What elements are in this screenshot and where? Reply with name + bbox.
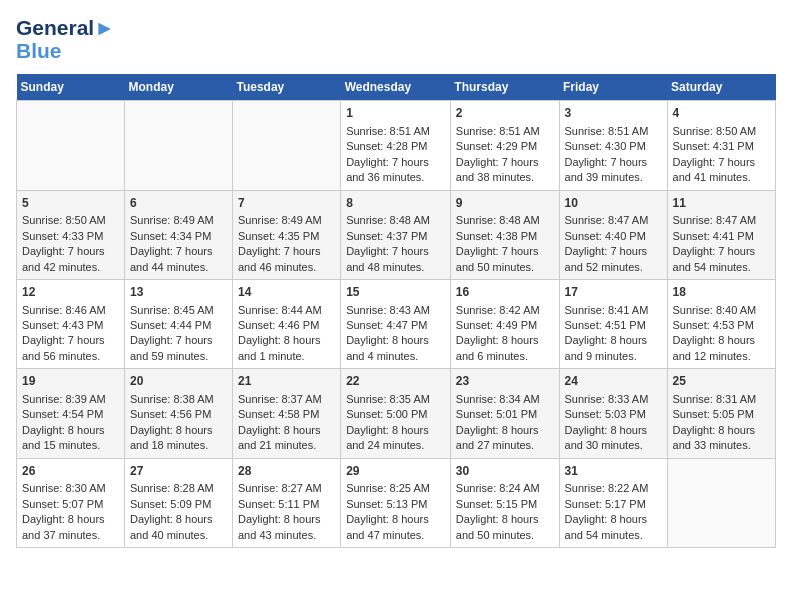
cell-content: Daylight: 7 hours and 46 minutes. bbox=[238, 244, 335, 275]
cell-content: Daylight: 8 hours and 9 minutes. bbox=[565, 333, 662, 364]
cell-content: Sunrise: 8:33 AM bbox=[565, 392, 662, 407]
logo-general: General► bbox=[16, 16, 115, 39]
day-number: 7 bbox=[238, 195, 335, 212]
day-number: 29 bbox=[346, 463, 445, 480]
cell-content: Sunset: 4:47 PM bbox=[346, 318, 445, 333]
day-number: 2 bbox=[456, 105, 554, 122]
cell-content: Sunset: 4:29 PM bbox=[456, 139, 554, 154]
cell-content: Sunset: 4:58 PM bbox=[238, 407, 335, 422]
cell-content: Sunrise: 8:51 AM bbox=[456, 124, 554, 139]
calendar-cell: 29Sunrise: 8:25 AMSunset: 5:13 PMDayligh… bbox=[341, 458, 451, 547]
calendar-cell bbox=[17, 101, 125, 190]
cell-content: Daylight: 7 hours and 56 minutes. bbox=[22, 333, 119, 364]
cell-content: Sunrise: 8:31 AM bbox=[673, 392, 770, 407]
cell-content: Daylight: 8 hours and 50 minutes. bbox=[456, 512, 554, 543]
cell-content: Sunset: 4:41 PM bbox=[673, 229, 770, 244]
calendar-cell: 1Sunrise: 8:51 AMSunset: 4:28 PMDaylight… bbox=[341, 101, 451, 190]
calendar-cell: 20Sunrise: 8:38 AMSunset: 4:56 PMDayligh… bbox=[124, 369, 232, 458]
calendar-cell: 22Sunrise: 8:35 AMSunset: 5:00 PMDayligh… bbox=[341, 369, 451, 458]
cell-content: Daylight: 8 hours and 15 minutes. bbox=[22, 423, 119, 454]
calendar-cell bbox=[667, 458, 775, 547]
cell-content: Daylight: 7 hours and 42 minutes. bbox=[22, 244, 119, 275]
cell-content: Sunset: 4:37 PM bbox=[346, 229, 445, 244]
cell-content: Sunset: 4:28 PM bbox=[346, 139, 445, 154]
cell-content: Daylight: 7 hours and 44 minutes. bbox=[130, 244, 227, 275]
day-number: 27 bbox=[130, 463, 227, 480]
cell-content: Sunrise: 8:45 AM bbox=[130, 303, 227, 318]
cell-content: Sunrise: 8:48 AM bbox=[456, 213, 554, 228]
cell-content: Sunset: 5:01 PM bbox=[456, 407, 554, 422]
calendar-cell: 15Sunrise: 8:43 AMSunset: 4:47 PMDayligh… bbox=[341, 279, 451, 368]
calendar-cell: 17Sunrise: 8:41 AMSunset: 4:51 PMDayligh… bbox=[559, 279, 667, 368]
cell-content: Sunset: 4:56 PM bbox=[130, 407, 227, 422]
day-number: 14 bbox=[238, 284, 335, 301]
cell-content: Daylight: 7 hours and 54 minutes. bbox=[673, 244, 770, 275]
cell-content: Daylight: 8 hours and 6 minutes. bbox=[456, 333, 554, 364]
calendar-cell: 4Sunrise: 8:50 AMSunset: 4:31 PMDaylight… bbox=[667, 101, 775, 190]
calendar-week-row: 26Sunrise: 8:30 AMSunset: 5:07 PMDayligh… bbox=[17, 458, 776, 547]
cell-content: Sunset: 4:53 PM bbox=[673, 318, 770, 333]
day-number: 5 bbox=[22, 195, 119, 212]
calendar-cell: 14Sunrise: 8:44 AMSunset: 4:46 PMDayligh… bbox=[232, 279, 340, 368]
cell-content: Sunrise: 8:50 AM bbox=[673, 124, 770, 139]
day-number: 21 bbox=[238, 373, 335, 390]
calendar-cell: 30Sunrise: 8:24 AMSunset: 5:15 PMDayligh… bbox=[450, 458, 559, 547]
cell-content: Daylight: 7 hours and 48 minutes. bbox=[346, 244, 445, 275]
cell-content: Daylight: 8 hours and 40 minutes. bbox=[130, 512, 227, 543]
day-number: 16 bbox=[456, 284, 554, 301]
cell-content: Sunset: 4:51 PM bbox=[565, 318, 662, 333]
cell-content: Sunset: 5:13 PM bbox=[346, 497, 445, 512]
calendar-cell: 31Sunrise: 8:22 AMSunset: 5:17 PMDayligh… bbox=[559, 458, 667, 547]
calendar-cell: 3Sunrise: 8:51 AMSunset: 4:30 PMDaylight… bbox=[559, 101, 667, 190]
cell-content: Sunrise: 8:47 AM bbox=[565, 213, 662, 228]
day-number: 9 bbox=[456, 195, 554, 212]
cell-content: Daylight: 8 hours and 27 minutes. bbox=[456, 423, 554, 454]
cell-content: Sunrise: 8:25 AM bbox=[346, 481, 445, 496]
cell-content: Daylight: 8 hours and 4 minutes. bbox=[346, 333, 445, 364]
cell-content: Sunrise: 8:37 AM bbox=[238, 392, 335, 407]
cell-content: Sunset: 4:38 PM bbox=[456, 229, 554, 244]
calendar-week-row: 1Sunrise: 8:51 AMSunset: 4:28 PMDaylight… bbox=[17, 101, 776, 190]
cell-content: Sunrise: 8:27 AM bbox=[238, 481, 335, 496]
cell-content: Sunrise: 8:46 AM bbox=[22, 303, 119, 318]
calendar-cell: 24Sunrise: 8:33 AMSunset: 5:03 PMDayligh… bbox=[559, 369, 667, 458]
cell-content: Sunrise: 8:47 AM bbox=[673, 213, 770, 228]
cell-content: Sunrise: 8:24 AM bbox=[456, 481, 554, 496]
calendar-cell: 7Sunrise: 8:49 AMSunset: 4:35 PMDaylight… bbox=[232, 190, 340, 279]
page-header: General► Blue bbox=[16, 16, 776, 62]
day-number: 10 bbox=[565, 195, 662, 212]
day-number: 13 bbox=[130, 284, 227, 301]
cell-content: Sunrise: 8:50 AM bbox=[22, 213, 119, 228]
day-header-sunday: Sunday bbox=[17, 74, 125, 101]
cell-content: Sunset: 4:49 PM bbox=[456, 318, 554, 333]
calendar-header-row: SundayMondayTuesdayWednesdayThursdayFrid… bbox=[17, 74, 776, 101]
cell-content: Sunset: 4:34 PM bbox=[130, 229, 227, 244]
cell-content: Sunset: 4:31 PM bbox=[673, 139, 770, 154]
calendar-cell: 6Sunrise: 8:49 AMSunset: 4:34 PMDaylight… bbox=[124, 190, 232, 279]
logo-blue: Blue bbox=[16, 39, 115, 62]
day-header-monday: Monday bbox=[124, 74, 232, 101]
cell-content: Sunrise: 8:44 AM bbox=[238, 303, 335, 318]
cell-content: Sunrise: 8:34 AM bbox=[456, 392, 554, 407]
cell-content: Daylight: 7 hours and 36 minutes. bbox=[346, 155, 445, 186]
cell-content: Sunrise: 8:51 AM bbox=[565, 124, 662, 139]
calendar-week-row: 12Sunrise: 8:46 AMSunset: 4:43 PMDayligh… bbox=[17, 279, 776, 368]
cell-content: Sunrise: 8:48 AM bbox=[346, 213, 445, 228]
cell-content: Sunset: 5:17 PM bbox=[565, 497, 662, 512]
cell-content: Daylight: 8 hours and 30 minutes. bbox=[565, 423, 662, 454]
cell-content: Sunrise: 8:49 AM bbox=[130, 213, 227, 228]
cell-content: Sunrise: 8:39 AM bbox=[22, 392, 119, 407]
cell-content: Sunrise: 8:28 AM bbox=[130, 481, 227, 496]
cell-content: Daylight: 8 hours and 1 minute. bbox=[238, 333, 335, 364]
cell-content: Sunset: 4:43 PM bbox=[22, 318, 119, 333]
day-header-friday: Friday bbox=[559, 74, 667, 101]
cell-content: Sunset: 5:07 PM bbox=[22, 497, 119, 512]
calendar-week-row: 19Sunrise: 8:39 AMSunset: 4:54 PMDayligh… bbox=[17, 369, 776, 458]
cell-content: Daylight: 8 hours and 18 minutes. bbox=[130, 423, 227, 454]
cell-content: Sunset: 4:46 PM bbox=[238, 318, 335, 333]
day-number: 12 bbox=[22, 284, 119, 301]
cell-content: Daylight: 8 hours and 43 minutes. bbox=[238, 512, 335, 543]
cell-content: Sunset: 4:44 PM bbox=[130, 318, 227, 333]
cell-content: Daylight: 7 hours and 50 minutes. bbox=[456, 244, 554, 275]
calendar-cell: 28Sunrise: 8:27 AMSunset: 5:11 PMDayligh… bbox=[232, 458, 340, 547]
